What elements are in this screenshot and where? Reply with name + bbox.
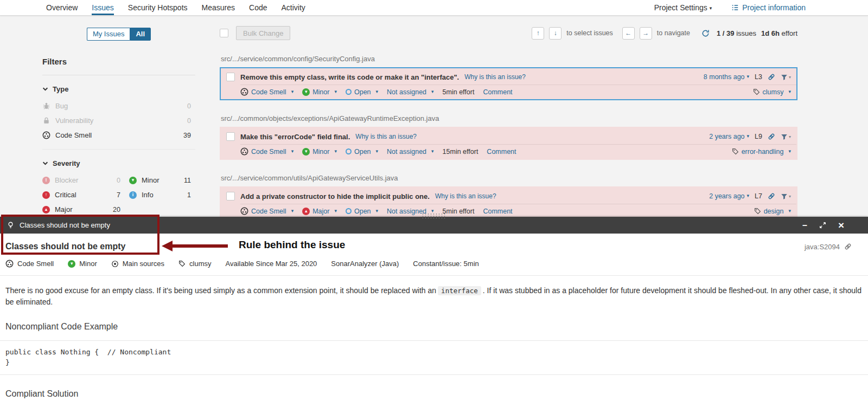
major-severity-icon: ▴ [302,208,310,215]
tab-security-hotspots[interactable]: Security Hotspots [128,0,188,15]
severity-facet-header[interactable]: Severity [42,159,195,167]
close-icon[interactable]: × [838,220,844,230]
comment-link[interactable]: Comment [487,148,516,156]
issue-status-dropdown[interactable]: Open [346,88,378,96]
issue-age-dropdown[interactable]: 2 years ago [709,192,749,200]
issue-actions-row: Code Smell ▴Major Open Not assigned 5min… [240,204,796,218]
rule-panel-title-bar: Classes should not be empty – × [0,217,868,234]
issue-status-label: Open [354,208,371,215]
code-smell-icon [240,88,248,96]
issue-card[interactable]: Remove this empty class, write its code … [220,67,797,100]
tab-code[interactable]: Code [249,0,267,15]
panel-resize-handle[interactable] [422,213,446,218]
issue-actions-row: Code Smell ▾Minor Open Not assigned 15mi… [240,144,796,159]
filter-similar-icon[interactable] [781,74,791,81]
comment-link[interactable]: Comment [483,88,512,96]
why-issue-link[interactable]: Why is this an issue? [435,192,496,200]
permalink-icon[interactable] [768,192,775,200]
issue-assignee-dropdown[interactable]: Not assigned [387,148,434,156]
navigate-left-button[interactable]: ← [622,27,635,40]
facet-item-count: 7 [117,191,125,199]
filter-similar-icon[interactable] [781,133,791,140]
reload-icon[interactable] [701,29,710,37]
navigate-right-button[interactable]: → [640,27,652,40]
why-issue-link[interactable]: Why is this an issue? [464,73,526,81]
issue-status-dropdown[interactable]: Open [346,148,378,156]
issue-status-label: Open [354,88,371,96]
issue-card[interactable]: Add a private constructor to hide the im… [220,186,797,219]
issue-tags-dropdown[interactable]: error-handling [732,148,791,156]
comment-link[interactable]: Comment [483,208,512,215]
all-issues-toggle-button[interactable]: All [130,28,151,41]
noncompliant-code-block: public class Nothing { // Noncompliant } [0,340,868,375]
top-navigation: Overview Issues Security Hotspots Measur… [0,0,868,16]
issue-assignee-dropdown[interactable]: Not assigned [387,88,434,96]
issue-age-dropdown[interactable]: 8 months ago [704,73,749,81]
type-facet-header[interactable]: Type [42,85,195,93]
select-all-checkbox[interactable] [220,29,228,37]
issue-tags-dropdown[interactable]: clumsy [753,88,791,96]
facet-item-info[interactable]: i Info 1 [129,187,195,202]
issue-title[interactable]: Make this "errorCode" field final. [240,133,350,141]
rule-tag-label: clumsy [189,260,211,268]
severity-grid: ! Blocker 0 ▾ Minor 11 ↑ Critical 7 [42,173,195,217]
issue-line-number[interactable]: L7 [755,192,762,200]
rule-panel-bar-title: Classes should not be empty [20,221,110,229]
issue-card[interactable]: Make this "errorCode" field final. Why i… [220,127,797,160]
rule-scope-label: Main sources [123,260,164,268]
facet-item-minor[interactable]: ▾ Minor 11 [129,173,195,187]
tab-measures[interactable]: Measures [202,0,235,15]
minor-severity-icon: ▾ [129,177,137,184]
project-information-link[interactable]: Project information [731,3,806,12]
permalink-icon[interactable] [768,73,775,81]
issue-type-dropdown[interactable]: Code Smell [240,88,293,96]
project-settings-dropdown[interactable]: Project Settings [654,3,712,12]
issue-effort: 15min effort [443,148,478,156]
open-status-icon [346,208,352,214]
issue-checkbox[interactable] [226,192,235,200]
filter-similar-icon[interactable] [781,193,791,200]
issue-type-label: Code Smell [251,148,286,156]
tab-issues[interactable]: Issues [92,0,113,15]
issue-title[interactable]: Add a private constructor to hide the im… [240,192,430,200]
issue-type-dropdown[interactable]: Code Smell [240,147,293,156]
issue-severity-dropdown[interactable]: ▾Minor [302,88,337,96]
facet-item-code-smell[interactable]: Code Smell 39 [42,128,195,143]
issue-age-dropdown[interactable]: 2 years ago [709,133,749,140]
nav-right: Project Settings Project information [654,0,868,15]
project-information-label: Project information [742,3,806,12]
permalink-icon[interactable] [768,133,775,140]
facet-item-critical[interactable]: ↑ Critical 7 [42,187,125,202]
issue-severity-dropdown[interactable]: ▴Major [302,208,337,215]
issue-checkbox[interactable] [226,73,235,81]
facet-item-major[interactable]: ▴ Major 20 [42,202,125,217]
facet-item-vulnerability: Vulnerability 0 [42,113,195,128]
type-facet: Type Bug 0 Vulnerability 0 Code Smell 39 [42,75,195,143]
total-effort-suffix: effort [782,29,797,37]
tab-activity[interactable]: Activity [281,0,305,15]
fullscreen-icon[interactable] [819,222,826,229]
issue-line-number[interactable]: L9 [755,133,762,140]
issue-severity-dropdown[interactable]: ▾Minor [302,148,337,156]
rule-permalink-icon[interactable] [844,243,852,250]
issue-title[interactable]: Remove this empty class, write its code … [240,73,459,81]
issue-type-dropdown[interactable]: Code Smell [240,207,293,215]
issue-tags-dropdown[interactable]: design [754,208,791,215]
rule-key-label: java:S2094 [805,243,840,251]
tag-icon [754,208,761,215]
navigate-hint: to navigate [657,29,690,37]
app-root: Overview Issues Security Hotspots Measur… [0,0,868,414]
severity-facet: Severity ! Blocker 0 ▾ Minor 11 ↑ [42,149,195,217]
issue-status-dropdown[interactable]: Open [346,208,378,215]
issue-checkbox[interactable] [226,132,235,141]
bulk-change-button[interactable]: Bulk Change [236,26,290,40]
issue-line-number[interactable]: L3 [755,73,762,81]
why-issue-link[interactable]: Why is this an issue? [355,133,417,140]
my-issues-toggle-button[interactable]: My Issues [87,28,130,41]
select-up-button[interactable]: ↑ [532,27,544,40]
minimize-icon[interactable]: – [802,221,807,230]
tab-overview[interactable]: Overview [46,0,78,15]
issue-assignee-label: Not assigned [387,148,426,156]
issue-file-path: src/.../common/objects/exceptions/ApiGat… [221,114,797,122]
select-down-button[interactable]: ↓ [549,27,561,40]
